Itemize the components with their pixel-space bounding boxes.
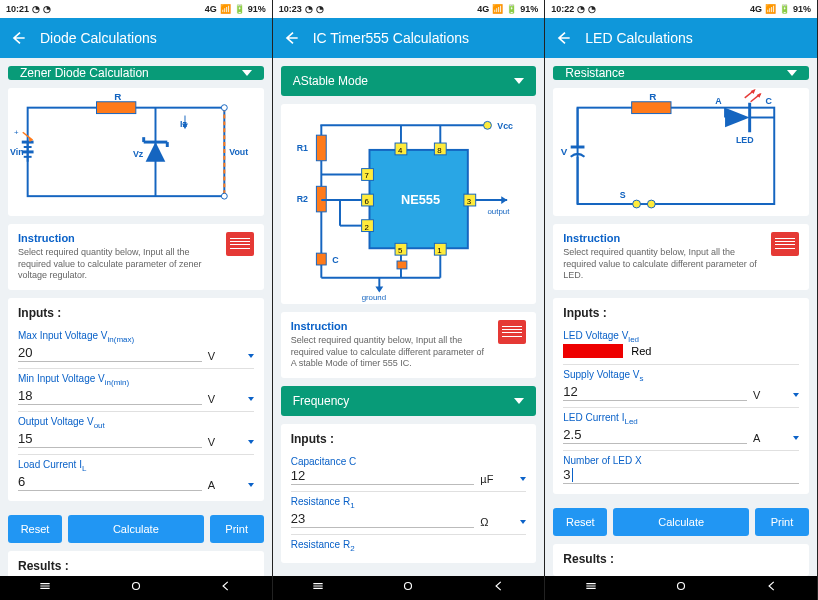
svg-rect-72 <box>397 261 407 269</box>
back-nav-icon[interactable] <box>492 579 506 597</box>
print-button[interactable]: Print <box>755 508 809 536</box>
svg-point-92 <box>633 200 641 208</box>
results-heading: Results : <box>18 559 254 573</box>
svg-text:R: R <box>650 91 657 102</box>
dropdown-mode[interactable]: AStable Mode <box>281 66 537 96</box>
status-bar: 10:21 ◔ ◔ 4G📶🔋91% <box>0 0 272 18</box>
svg-text:Vout: Vout <box>229 147 248 157</box>
back-icon[interactable] <box>283 30 299 46</box>
input-nled[interactable]: 3 <box>563 466 799 485</box>
inputs-heading: Inputs : <box>18 306 254 320</box>
svg-text:ground: ground <box>361 293 385 302</box>
color-name: Red <box>631 345 651 357</box>
back-nav-icon[interactable] <box>219 579 233 597</box>
svg-marker-13 <box>146 142 166 162</box>
reset-button[interactable]: Reset <box>553 508 607 536</box>
results-card: Results : <box>8 551 264 576</box>
dropdown-calc-type[interactable]: Resistance <box>553 66 809 80</box>
svg-text:A: A <box>716 96 723 106</box>
chevron-down-icon <box>514 398 524 404</box>
book-icon[interactable] <box>226 232 254 256</box>
instruction-body: Select required quantity below, Input al… <box>563 247 763 282</box>
unit-select[interactable]: µF <box>480 473 526 485</box>
nav-bar <box>0 576 272 600</box>
svg-text:1: 1 <box>437 246 441 255</box>
field-vled: LED Voltage Vled Red <box>563 326 799 365</box>
input-vs[interactable]: 12 <box>563 383 747 401</box>
svg-marker-64 <box>501 196 507 204</box>
input-iload[interactable]: 6 <box>18 473 202 491</box>
field-r1: Resistance R1 23 Ω <box>291 492 527 535</box>
svg-point-93 <box>648 200 656 208</box>
home-icon[interactable] <box>674 579 688 597</box>
input-vout[interactable]: 15 <box>18 430 202 448</box>
svg-rect-29 <box>316 135 326 161</box>
book-icon[interactable] <box>771 232 799 256</box>
input-r1[interactable]: 23 <box>291 510 475 528</box>
unit-select[interactable]: V <box>208 436 254 448</box>
nav-bar <box>545 576 817 600</box>
field-c: Capacitance C 12 µF <box>291 452 527 492</box>
unit-select[interactable]: A <box>208 479 254 491</box>
svg-text:R: R <box>114 91 121 102</box>
input-max-vin[interactable]: 20 <box>18 344 202 362</box>
svg-text:Vz: Vz <box>133 149 144 159</box>
instruction-card: Instruction Select required quantity bel… <box>553 224 809 290</box>
instruction-card: Instruction Select required quantity bel… <box>8 224 264 290</box>
color-swatch[interactable] <box>563 344 623 358</box>
svg-text:C: C <box>766 96 773 106</box>
recent-apps-icon[interactable] <box>584 579 598 597</box>
inputs-heading: Inputs : <box>563 306 799 320</box>
input-min-vin[interactable]: 18 <box>18 387 202 405</box>
dropdown-calc-type[interactable]: Zener Diode Calculation <box>8 66 264 80</box>
svg-rect-75 <box>632 102 671 114</box>
svg-point-23 <box>221 105 227 111</box>
input-c[interactable]: 12 <box>291 467 475 485</box>
svg-text:NE555: NE555 <box>401 192 440 207</box>
chevron-down-icon <box>787 70 797 76</box>
unit-select[interactable]: Ω <box>480 516 526 528</box>
recent-apps-icon[interactable] <box>38 579 52 597</box>
instruction-body: Select required quantity below, Input al… <box>18 247 218 282</box>
page-title: IC Timer555 Calculations <box>313 30 469 46</box>
field-iload: Load Current IL 6 A <box>18 455 254 497</box>
action-row: Reset Calculate Print <box>8 515 264 543</box>
unit-select[interactable]: V <box>753 389 799 401</box>
home-icon[interactable] <box>129 579 143 597</box>
home-icon[interactable] <box>401 579 415 597</box>
reset-button[interactable]: Reset <box>8 515 62 543</box>
recent-apps-icon[interactable] <box>311 579 325 597</box>
circuit-diagram: R + Vin Vz Iz Vout <box>8 88 264 216</box>
print-button[interactable]: Print <box>210 515 264 543</box>
svg-text:4: 4 <box>398 146 403 155</box>
svg-text:3: 3 <box>466 197 471 206</box>
field-min-vin: Min Input Voltage Vin(min) 18 V <box>18 369 254 412</box>
unit-select[interactable]: V <box>208 393 254 405</box>
svg-point-25 <box>132 583 139 590</box>
back-icon[interactable] <box>10 30 26 46</box>
svg-text:+: + <box>14 128 19 137</box>
back-nav-icon[interactable] <box>765 579 779 597</box>
calculate-button[interactable]: Calculate <box>613 508 749 536</box>
instruction-card: Instruction Select required quantity bel… <box>281 312 537 378</box>
book-icon[interactable] <box>498 320 526 344</box>
page-title: LED Calculations <box>585 30 692 46</box>
unit-select[interactable]: A <box>753 432 799 444</box>
dropdown-label: Zener Diode Calculation <box>20 66 149 80</box>
svg-text:Vcc: Vcc <box>497 121 513 131</box>
inputs-card: Inputs : Max Input Voltage Vin(max) 20 V… <box>8 298 264 501</box>
dropdown-label: Resistance <box>565 66 624 80</box>
svg-rect-74 <box>578 108 775 204</box>
app-bar: Diode Calculations <box>0 18 272 58</box>
svg-rect-31 <box>316 186 326 212</box>
dropdown-output[interactable]: Frequency <box>281 386 537 416</box>
field-nled: Number of LED X 3 <box>563 451 799 491</box>
chevron-down-icon <box>242 70 252 76</box>
calculate-button[interactable]: Calculate <box>68 515 204 543</box>
input-iled[interactable]: 2.5 <box>563 426 747 444</box>
svg-point-73 <box>405 583 412 590</box>
back-icon[interactable] <box>555 30 571 46</box>
chevron-down-icon <box>514 78 524 84</box>
action-row: Reset Calculate Print <box>553 508 809 536</box>
unit-select[interactable]: V <box>208 350 254 362</box>
